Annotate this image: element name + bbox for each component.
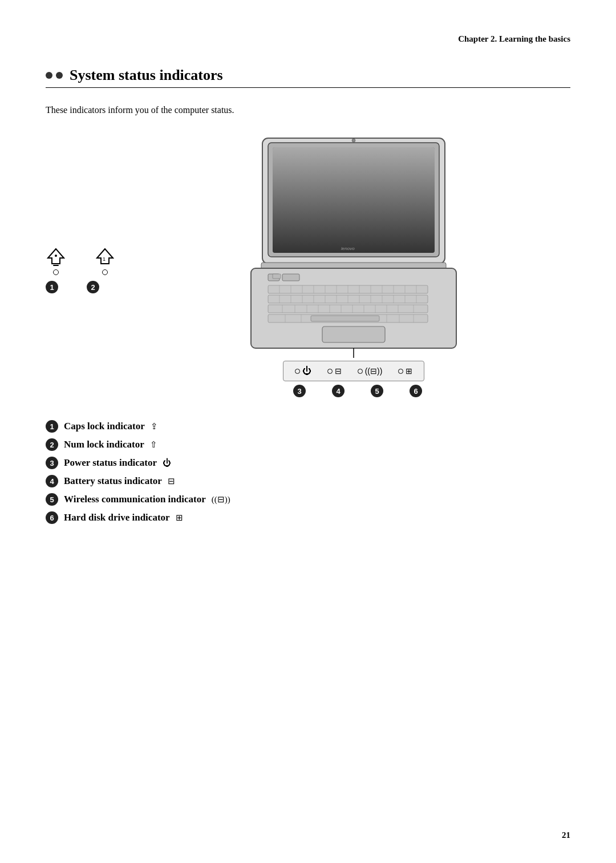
laptop-illustration: lenovo [217, 132, 491, 361]
top-indicator-icons: 1 [46, 247, 115, 275]
dot-2 [56, 72, 63, 79]
bottom-indicators-bar: ⏻ ⊟ ((⊟)) ⊞ [283, 361, 425, 381]
section-dots-decoration [46, 72, 63, 79]
list-badge-1: 1 [46, 420, 58, 433]
badge-4: 4 [332, 385, 345, 397]
list-item-6: 6 Hard disk drive indicator ⊞ [46, 511, 570, 524]
bottom-wireless-ind: ((⊟)) [358, 366, 383, 376]
indicator-3-icon: ⏻ [163, 458, 171, 468]
indicator-6-label: Hard disk drive indicator [64, 512, 170, 523]
section-title: System status indicators [70, 67, 223, 84]
list-item-4: 4 Battery status indicator ⊟ [46, 475, 570, 487]
badge-item-3: 3 [288, 385, 311, 397]
num-lock-svg-icon: 1 [95, 247, 115, 267]
indicator-6-icon: ⊞ [176, 513, 183, 523]
chapter-header: Chapter 2. Learning the basics [46, 34, 570, 44]
dot-1 [46, 72, 52, 79]
page-container: Chapter 2. Learning the basics System st… [0, 0, 616, 863]
list-item-1: 1 Caps lock indicator ⇪ [46, 420, 570, 433]
list-item-2: 2 Num lock indicator ⇧ [46, 438, 570, 451]
svg-rect-43 [268, 305, 428, 313]
badge-item-4: 4 [327, 385, 350, 397]
list-badge-2: 2 [46, 438, 58, 451]
list-badge-4: 4 [46, 475, 58, 487]
page-number: 21 [562, 830, 570, 840]
svg-text:1: 1 [103, 256, 106, 262]
list-badge-3: 3 [46, 457, 58, 469]
indicator-4-label: Battery status indicator [64, 475, 162, 487]
power-circle [295, 369, 300, 374]
left-badge-row: 1 2 [46, 281, 99, 293]
svg-rect-1 [53, 265, 59, 266]
indicator-5-label: Wireless communication indicator [64, 494, 206, 505]
badge-item-6: 6 [404, 385, 427, 397]
section-intro: These indicators inform you of the compu… [46, 105, 570, 115]
list-badge-6: 6 [46, 511, 58, 524]
bottom-indicator-strip-wrapper: ⏻ ⊟ ((⊟)) ⊞ [280, 360, 427, 397]
battery-circle [327, 369, 333, 374]
diagram-area: 1 1 2 [46, 132, 570, 397]
badge-1: 1 [46, 281, 58, 293]
laptop-wrapper: lenovo [217, 132, 491, 397]
indicator-2-label: Num lock indicator [64, 439, 144, 450]
wireless-symbol: ((⊟)) [365, 366, 383, 376]
section-title-row: System status indicators [46, 67, 570, 88]
svg-rect-65 [273, 274, 281, 279]
wireless-circle [358, 369, 363, 374]
indicator-1-label: Caps lock indicator [64, 421, 145, 432]
svg-text:lenovo: lenovo [341, 246, 355, 251]
caps-lock-icon-group [46, 247, 66, 275]
list-item-5: 5 Wireless communication indicator ((⊟)) [46, 493, 570, 506]
svg-rect-8 [273, 147, 435, 253]
badge-6: 6 [410, 385, 422, 397]
battery-symbol: ⊟ [335, 366, 342, 376]
badge-2: 2 [87, 281, 99, 293]
hdd-circle [398, 369, 403, 374]
indicator-5-icon: ((⊟)) [212, 494, 230, 505]
list-badge-5: 5 [46, 493, 58, 506]
indicator-3-label: Power status indicator [64, 457, 157, 469]
indicator-description-list: 1 Caps lock indicator ⇪ 2 Num lock indic… [46, 420, 570, 524]
badge-item-5: 5 [366, 385, 388, 397]
chapter-title: Chapter 2. Learning the basics [458, 34, 570, 43]
num-lock-indicator-circle [102, 269, 108, 275]
svg-rect-63 [322, 326, 385, 342]
num-lock-icon-group: 1 [95, 247, 115, 275]
svg-point-2 [55, 255, 57, 257]
hdd-symbol: ⊞ [406, 366, 412, 376]
indicator-1-icon: ⇪ [151, 421, 158, 432]
bottom-badges-row: 3 4 5 6 [280, 385, 427, 397]
svg-point-9 [352, 139, 355, 142]
bottom-battery-ind: ⊟ [327, 366, 342, 376]
badge-3: 3 [293, 385, 306, 397]
list-item-3: 3 Power status indicator ⏻ [46, 457, 570, 469]
power-symbol: ⏻ [302, 366, 311, 376]
bottom-power-ind: ⏻ [295, 366, 311, 376]
indicator-4-icon: ⊟ [168, 476, 175, 486]
svg-rect-59 [311, 316, 379, 321]
indicator-2-icon: ⇧ [150, 439, 157, 450]
bottom-hdd-ind: ⊞ [398, 366, 412, 376]
svg-rect-14 [282, 274, 299, 281]
badge-5: 5 [371, 385, 383, 397]
caps-lock-indicator-circle [53, 269, 59, 275]
left-indicators-panel: 1 1 2 [46, 247, 115, 293]
caps-lock-svg-icon [46, 247, 66, 267]
